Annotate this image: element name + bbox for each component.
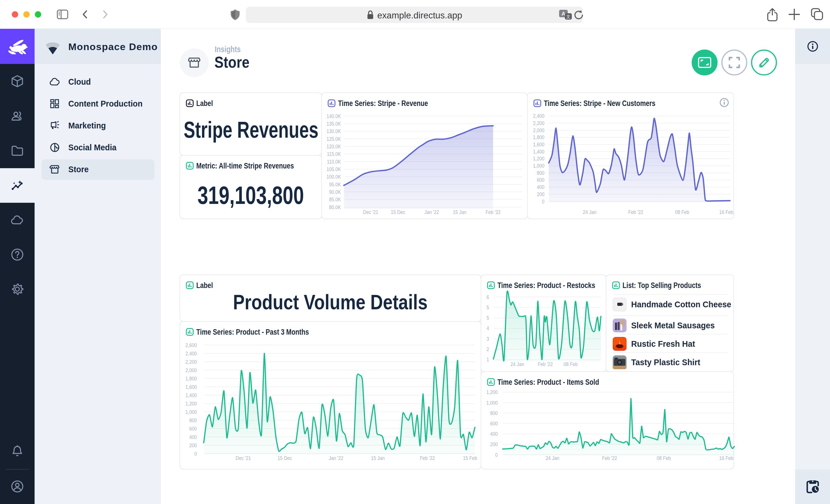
svg-text:1,000: 1,000 bbox=[486, 399, 498, 406]
svg-text:Feb '22: Feb '22 bbox=[602, 455, 617, 461]
svg-text:200: 200 bbox=[490, 441, 498, 447]
svg-text:400: 400 bbox=[490, 431, 498, 437]
svg-text:16 Feb: 16 Feb bbox=[719, 455, 733, 461]
svg-text:600: 600 bbox=[490, 420, 498, 427]
svg-text:0: 0 bbox=[495, 451, 498, 458]
svg-text:800: 800 bbox=[490, 410, 498, 416]
svg-text:24 Jan: 24 Jan bbox=[546, 455, 559, 461]
svg-text:08 Feb: 08 Feb bbox=[657, 455, 671, 461]
svg-text:1,200: 1,200 bbox=[486, 389, 498, 396]
